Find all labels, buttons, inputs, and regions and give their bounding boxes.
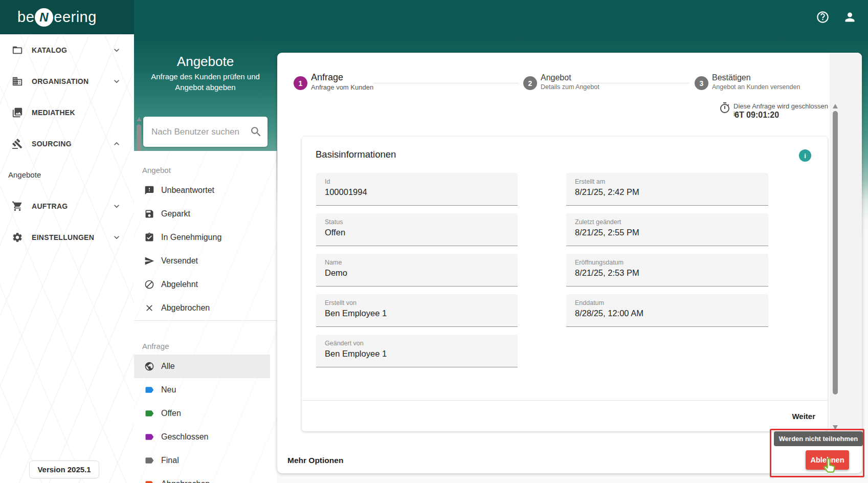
search-icon[interactable] bbox=[250, 125, 262, 140]
card-footer: Weiter bbox=[302, 400, 828, 431]
main-scroll-up-arrow[interactable] bbox=[833, 104, 838, 108]
field-value: Ben Employee 1 bbox=[325, 349, 509, 359]
filter-abgelehnt[interactable]: Abgelehnt bbox=[134, 273, 277, 296]
sidebar-item-katalog[interactable]: KATALOG bbox=[0, 34, 134, 65]
filter-offen[interactable]: Offen bbox=[134, 402, 277, 425]
ablehnen-button[interactable]: Ablehnen bbox=[806, 450, 849, 470]
filter-alle[interactable]: Alle bbox=[134, 355, 270, 378]
filter-label: Alle bbox=[161, 362, 175, 371]
fields-right-column: Erstellt am 8/21/25, 2:42 PM Zuletzt geä… bbox=[566, 173, 768, 327]
clipboard-check-icon bbox=[144, 232, 154, 243]
app-logo: beNeering bbox=[17, 8, 97, 27]
panel-title: Angebote bbox=[134, 54, 277, 70]
field-label: Erstellt von bbox=[325, 299, 509, 306]
send-icon bbox=[144, 256, 154, 266]
filter-label: Abgelehnt bbox=[161, 280, 198, 289]
step-2-title: Angebot bbox=[541, 73, 571, 82]
filter-neu[interactable]: Neu bbox=[134, 378, 277, 402]
globe-icon bbox=[144, 361, 154, 371]
filter-label: Geschlossen bbox=[161, 432, 209, 442]
field-status: Status Offen bbox=[316, 213, 518, 246]
field-label: Status bbox=[325, 218, 509, 226]
stepper-connector bbox=[581, 83, 689, 83]
tag-icon bbox=[144, 432, 154, 442]
field-label: Zuletzt geändert bbox=[575, 218, 760, 226]
filter-label: Abgebrochen bbox=[161, 303, 210, 313]
step-3-circle[interactable]: 3 bbox=[695, 76, 708, 90]
sidebar-item-mediathek[interactable]: MEDIATHEK bbox=[0, 97, 134, 128]
step-1-title: Anfrage bbox=[311, 72, 343, 83]
chevron-down-icon bbox=[112, 76, 122, 86]
field-label: Enddatum bbox=[575, 299, 760, 306]
media-library-icon bbox=[12, 107, 23, 118]
field-value: Offen bbox=[325, 228, 509, 237]
field-label: Id bbox=[325, 178, 509, 185]
stepper-connector bbox=[373, 83, 519, 83]
logo-n-mark: N bbox=[35, 8, 53, 27]
sidebar-item-label: ORGANISATION bbox=[32, 77, 88, 85]
field-id: Id 100001994 bbox=[316, 173, 518, 206]
logo-prefix: be bbox=[17, 9, 34, 26]
tag-icon bbox=[144, 479, 154, 483]
sidebar-item-sourcing[interactable]: SOURCING bbox=[0, 128, 134, 159]
sidebar-item-label: AUFTRAG bbox=[32, 202, 68, 210]
field-label: Erstellt am bbox=[575, 178, 760, 185]
section-label-angebot: Angebot bbox=[134, 151, 277, 179]
field-erstellt-von: Erstellt von Ben Employee 1 bbox=[316, 294, 518, 327]
info-icon[interactable]: i bbox=[799, 149, 811, 162]
logo-suffix: eering bbox=[54, 9, 97, 26]
filter-abgebrochen-anfrage[interactable]: Abgebrochen bbox=[134, 472, 277, 483]
field-erstellt-am: Erstellt am 8/21/25, 2:42 PM bbox=[566, 173, 768, 206]
version-badge[interactable]: Version 2025.1 bbox=[29, 460, 99, 478]
cart-icon bbox=[12, 201, 23, 212]
filter-versendet[interactable]: Versendet bbox=[134, 249, 277, 273]
filter-label: In Genehmigung bbox=[161, 233, 221, 242]
main-scroll-down-arrow[interactable] bbox=[833, 425, 838, 430]
field-value: Demo bbox=[325, 268, 509, 278]
help-icon[interactable] bbox=[816, 10, 830, 24]
field-zuletzt-geaendert: Zuletzt geändert 8/21/25, 2:55 PM bbox=[566, 213, 768, 246]
step-3-subtitle: Angebot an Kunden versenden bbox=[712, 83, 800, 91]
step-1-subtitle: Anfrage vom Kunden bbox=[311, 83, 373, 91]
field-eroeffnungsdatum: Eröffnungsdatum 8/21/25, 2:53 PM bbox=[566, 254, 768, 287]
filter-geparkt[interactable]: Geparkt bbox=[134, 202, 277, 226]
block-icon bbox=[144, 279, 154, 290]
filter-in-genehmigung[interactable]: In Genehmigung bbox=[134, 226, 277, 249]
step-2-circle[interactable]: 2 bbox=[523, 76, 537, 90]
filter-abgebrochen[interactable]: Abgebrochen bbox=[134, 296, 277, 320]
tag-icon bbox=[144, 455, 154, 466]
step-1-circle[interactable]: 1 bbox=[294, 76, 307, 90]
filter-final[interactable]: Final bbox=[134, 449, 277, 472]
timer-icon bbox=[719, 102, 731, 116]
sidebar-item-label: EINSTELLUNGEN bbox=[32, 233, 94, 242]
gavel-icon bbox=[12, 138, 23, 149]
sidebar-item-organisation[interactable]: ORGANISATION bbox=[0, 65, 134, 97]
field-value: 8/21/25, 2:55 PM bbox=[575, 228, 760, 237]
sidebar-subitem-angebote[interactable]: Angebote bbox=[0, 159, 134, 190]
weiter-button[interactable]: Weiter bbox=[788, 401, 819, 432]
filter-label: Neu bbox=[161, 385, 176, 394]
header-actions bbox=[816, 0, 857, 34]
field-name: Name Demo bbox=[316, 254, 518, 287]
step-3-title: Bestätigen bbox=[712, 73, 751, 82]
feedback-icon bbox=[144, 185, 154, 195]
filter-list: Angebot Unbeantwortet Geparkt In Genehmi… bbox=[134, 151, 277, 483]
filter-label: Geparkt bbox=[161, 209, 190, 218]
tag-icon bbox=[144, 385, 154, 395]
folder-icon bbox=[12, 45, 23, 56]
logo-block[interactable]: beNeering bbox=[0, 0, 134, 34]
user-account-icon[interactable] bbox=[843, 10, 857, 24]
chevron-down-icon bbox=[112, 232, 122, 243]
search-input[interactable] bbox=[151, 117, 249, 147]
sidebar-item-einstellungen[interactable]: EINSTELLUNGEN bbox=[0, 222, 134, 253]
sidebar-item-auftrag[interactable]: AUFTRAG bbox=[0, 190, 134, 222]
field-value: 8/21/25, 2:53 PM bbox=[575, 268, 760, 278]
mehr-optionen-button[interactable]: Mehr Optionen bbox=[285, 452, 345, 469]
main-scrollbar-thumb[interactable] bbox=[833, 111, 838, 394]
user-search bbox=[143, 117, 268, 147]
sidebar-item-label: SOURCING bbox=[32, 140, 72, 148]
tooltip: Werden nicht teilnehmen bbox=[774, 431, 863, 446]
filter-geschlossen[interactable]: Geschlossen bbox=[134, 425, 277, 449]
filter-label: Unbeantwortet bbox=[161, 186, 214, 195]
filter-unbeantwortet[interactable]: Unbeantwortet bbox=[134, 179, 277, 202]
